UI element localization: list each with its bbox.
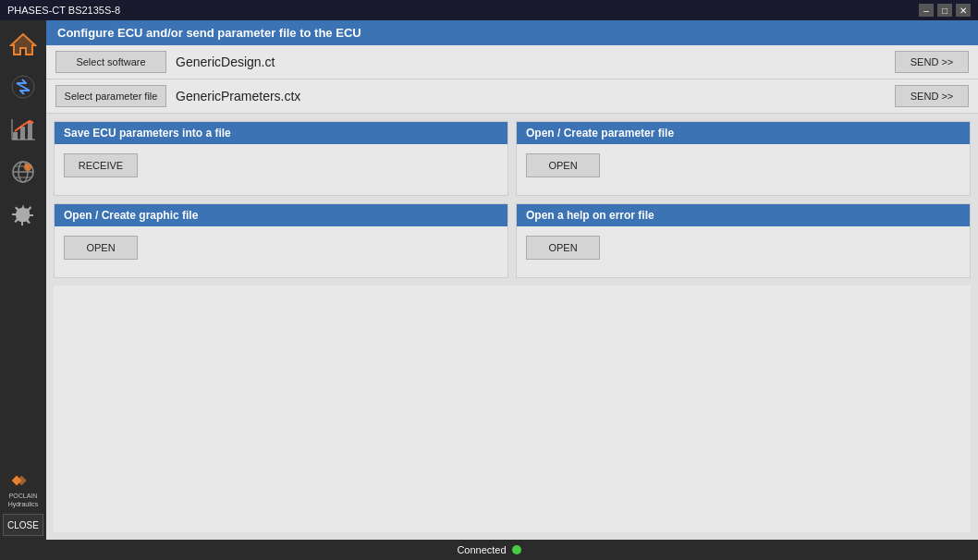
- svg-marker-1: [11, 34, 35, 55]
- sidebar-item-transfer[interactable]: [3, 67, 43, 107]
- title-bar: PHASES-CT BS2135S-8 – □ ✕: [0, 0, 978, 20]
- close-window-button[interactable]: ✕: [956, 4, 971, 17]
- panel-open-help-body: OPEN: [517, 226, 970, 277]
- select-software-button[interactable]: Select software: [55, 51, 166, 73]
- sidebar-item-settings[interactable]: [3, 194, 43, 235]
- panel-open-help: Open a help on error file OPEN: [516, 203, 971, 278]
- receive-button[interactable]: RECEIVE: [64, 153, 138, 177]
- app-body: POCLAINHydraulics CLOSE Configure ECU an…: [0, 20, 978, 540]
- status-bar: Connected: [0, 540, 978, 560]
- select-parameter-button[interactable]: Select parameter file: [55, 85, 166, 107]
- window-controls: – □ ✕: [919, 4, 971, 17]
- sidebar-logo: POCLAINHydraulics: [3, 467, 43, 512]
- panels-grid: Save ECU parameters into a file RECEIVE …: [46, 114, 978, 286]
- panel-open-graphic-body: OPEN: [55, 226, 507, 277]
- connected-text: Connected: [457, 544, 506, 555]
- panel-open-help-header: Open a help on error file: [517, 204, 970, 226]
- main-area: [54, 286, 971, 532]
- parameter-row: Select parameter file GenericPrameters.c…: [46, 79, 978, 114]
- main-content: Configure ECU and/or send parameter file…: [46, 20, 978, 540]
- svg-rect-3: [13, 132, 18, 140]
- svg-rect-4: [20, 127, 25, 140]
- minimize-button[interactable]: –: [919, 4, 934, 17]
- open-help-button[interactable]: OPEN: [526, 236, 600, 260]
- banner: Configure ECU and/or send parameter file…: [46, 20, 978, 45]
- software-row: Select software GenericDesign.ct SEND >>: [46, 45, 978, 79]
- maximize-button[interactable]: □: [937, 4, 952, 17]
- panel-open-graphic: Open / Create graphic file OPEN: [54, 203, 508, 278]
- panel-save-ecu: Save ECU parameters into a file RECEIVE: [54, 121, 508, 196]
- send-software-button[interactable]: SEND >>: [895, 51, 969, 73]
- sidebar-item-home[interactable]: [3, 24, 43, 65]
- status-dot: [512, 545, 521, 554]
- panel-open-param: Open / Create parameter file OPEN: [516, 121, 971, 196]
- panel-open-param-body: OPEN: [517, 144, 970, 195]
- svg-point-13: [24, 164, 31, 171]
- panel-open-graphic-header: Open / Create graphic file: [55, 204, 507, 226]
- sidebar-item-globe[interactable]: [3, 152, 43, 192]
- software-filename: GenericDesign.ct: [176, 55, 886, 69]
- sidebar: POCLAINHydraulics CLOSE: [0, 20, 46, 540]
- panel-save-ecu-header: Save ECU parameters into a file: [55, 122, 507, 144]
- panel-open-param-header: Open / Create parameter file: [517, 122, 970, 144]
- sidebar-item-chart[interactable]: [3, 109, 43, 150]
- panel-save-ecu-body: RECEIVE: [55, 144, 507, 195]
- svg-rect-5: [28, 121, 32, 140]
- open-graphic-button[interactable]: OPEN: [64, 236, 138, 260]
- svg-marker-16: [17, 476, 27, 486]
- close-button[interactable]: CLOSE: [3, 514, 43, 536]
- app-title: PHASES-CT BS2135S-8: [7, 5, 120, 16]
- open-param-button[interactable]: OPEN: [526, 153, 600, 177]
- parameter-filename: GenericPrameters.ctx: [176, 89, 886, 103]
- send-parameter-button[interactable]: SEND >>: [895, 85, 969, 107]
